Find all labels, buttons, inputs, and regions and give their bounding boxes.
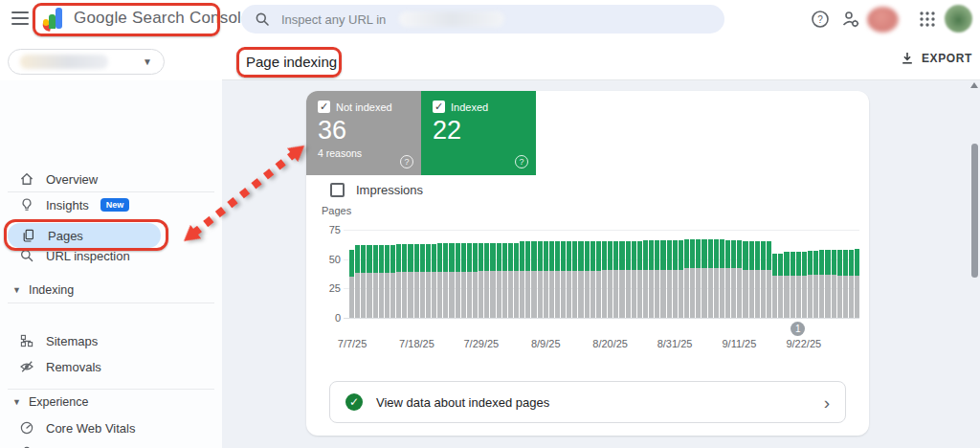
svg-text:?: ? [817, 14, 823, 25]
account-avatar[interactable] [945, 5, 972, 33]
not-indexed-checkbox[interactable]: ✓ [318, 101, 330, 113]
gauge-icon [19, 420, 34, 436]
lightbulb-icon [19, 197, 34, 213]
page-title: Page indexing [246, 54, 337, 70]
app-header: Google Search Console Inspect any URL in… [0, 0, 980, 38]
sidebar-item-label: Removals [46, 360, 101, 374]
sidebar-item-label: Overview [46, 172, 98, 187]
sidebar-nav: Overview Insights New Performance URL in… [0, 80, 222, 448]
divider [8, 389, 214, 390]
chevron-right-icon: › [824, 393, 830, 412]
y-tick-50: 50 [316, 254, 341, 265]
page-indexing-card: ✓ Not indexed 36 4 reasons ? ✓ Indexed 2… [306, 91, 869, 436]
impressions-checkbox[interactable] [330, 183, 345, 197]
magnifier-icon [19, 248, 34, 263]
sidebar-item-core-web-vitals[interactable]: Core Web Vitals [0, 415, 216, 440]
chevron-down-icon: ▼ [12, 285, 21, 295]
eye-off-icon [19, 359, 34, 374]
sidebar-item-label: Pages [48, 229, 83, 243]
sidebar-item-pages[interactable]: Pages [8, 223, 161, 248]
not-indexed-label: Not indexed [336, 101, 392, 113]
sidebar-item-insights[interactable]: Insights New [0, 192, 216, 217]
help-icon[interactable]: ? [400, 155, 413, 168]
home-icon [19, 171, 34, 187]
chevron-down-icon: ▼ [12, 397, 21, 407]
check-circle-icon: ✓ [345, 393, 363, 411]
sidebar-item-label: Insights [46, 198, 89, 213]
sidebar-item-sitemaps[interactable]: Sitemaps [0, 328, 216, 353]
gsc-logo-icon [42, 6, 65, 31]
indexed-count: 22 [433, 116, 526, 146]
sidebar-item-removals[interactable]: Removals [0, 354, 216, 379]
not-indexed-count: 36 [318, 116, 412, 146]
blurred-account-image [867, 7, 899, 33]
indexed-checkbox[interactable]: ✓ [433, 101, 445, 113]
help-button[interactable]: ? [811, 10, 830, 29]
gsc-logo[interactable]: Google Search Console [42, 6, 251, 31]
sidebar-item-label: Core Web Vitals [46, 421, 135, 436]
export-button[interactable]: EXPORT [901, 52, 972, 65]
y-tick-0: 0 [316, 312, 341, 324]
search-placeholder: Inspect any URL in [281, 12, 386, 27]
indexed-chip[interactable]: ✓ Indexed 22 ? [421, 91, 536, 175]
sidebar-item-label: Sitemaps [46, 334, 98, 348]
chart-annotation-marker[interactable]: 1 [791, 322, 805, 336]
pages-icon [21, 228, 36, 243]
divider [8, 191, 214, 192]
redacted-property-name [399, 11, 504, 27]
section-indexing[interactable]: ▼ Indexing [0, 280, 216, 301]
scrollbar-up-arrow[interactable] [970, 82, 978, 88]
new-badge: New [100, 198, 130, 212]
sidebar-item-overview[interactable]: Overview [0, 167, 216, 191]
sidebar-item-https[interactable]: HTTPS [0, 440, 216, 448]
search-icon [255, 11, 270, 27]
x-axis-labels: 7/7/257/18/257/29/258/9/258/20/258/31/25… [349, 338, 859, 351]
property-selector[interactable]: ▼ [8, 49, 165, 75]
y-tick-25: 25 [316, 282, 341, 294]
x-axis-line [344, 318, 859, 319]
section-label: Experience [29, 395, 89, 409]
gsc-logo-text: Google Search Console [74, 9, 251, 28]
stacked-bars [349, 230, 859, 318]
indexing-chart[interactable] [349, 230, 859, 318]
sitemap-icon [19, 333, 34, 348]
footer-link-label: View data about indexed pages [376, 395, 549, 410]
view-indexed-data-link[interactable]: ✓ View data about indexed pages › [329, 381, 846, 423]
section-label: Indexing [29, 283, 74, 297]
hamburger-menu-icon[interactable] [11, 11, 29, 26]
url-inspect-search[interactable]: Inspect any URL in [241, 5, 724, 34]
indexed-label: Indexed [451, 101, 488, 113]
gsc-page-indexing-screen: Google Search Console Inspect any URL in… [0, 0, 980, 448]
export-label: EXPORT [922, 52, 972, 65]
y-tick-75: 75 [316, 224, 341, 235]
help-icon[interactable]: ? [515, 155, 528, 168]
download-icon [901, 52, 914, 65]
y-axis-title: Pages [322, 205, 351, 216]
sidebar-item-label: URL inspection [46, 249, 130, 263]
chevron-down-icon: ▼ [143, 56, 152, 67]
vertical-scrollbar[interactable] [971, 144, 978, 278]
impressions-label: Impressions [356, 183, 423, 197]
divider [8, 302, 214, 303]
not-indexed-chip[interactable]: ✓ Not indexed 36 4 reasons ? [306, 91, 421, 175]
user-settings-button[interactable] [841, 10, 860, 29]
not-indexed-reasons: 4 reasons [318, 147, 412, 159]
redacted-property-label [20, 55, 108, 69]
apps-grid-button[interactable] [918, 10, 937, 29]
impressions-toggle-row: Impressions [330, 183, 423, 197]
section-experience[interactable]: ▼ Experience [0, 392, 216, 413]
